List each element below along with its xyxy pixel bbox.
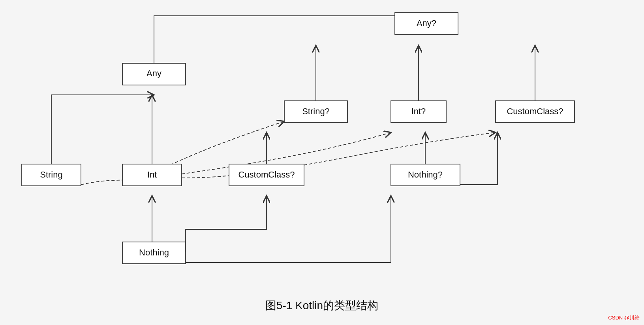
arrow-nothingQ-to-customClassQ-top — [460, 132, 498, 185]
arrow-nothing-to-customClassQ-mid — [186, 196, 267, 252]
nothing-label: Nothing — [139, 248, 169, 257]
intQ-label: Int? — [411, 106, 426, 116]
customClassQ-mid-label: CustomClass? — [238, 170, 295, 180]
watermark: CSDN @川绛 — [608, 315, 640, 321]
nothingQ-label: Nothing? — [408, 170, 443, 180]
customClassQ-top-label: CustomClass? — [507, 106, 563, 116]
diagram-container: Any? Any String? Int? CustomClass? Strin… — [0, 0, 644, 325]
any-label: Any — [146, 68, 161, 78]
type-hierarchy-diagram: Any? Any String? Int? CustomClass? Strin… — [0, 0, 644, 325]
stringQ-label: String? — [302, 106, 330, 116]
arrow-any-to-anyQ — [154, 16, 426, 73]
int-label: Int — [147, 170, 157, 180]
caption: 图5-1 Kotlin的类型结构 — [265, 299, 378, 312]
string-label: String — [40, 170, 62, 180]
arrow-string-to-any — [51, 95, 154, 174]
anyQ-label: Any? — [417, 18, 436, 28]
